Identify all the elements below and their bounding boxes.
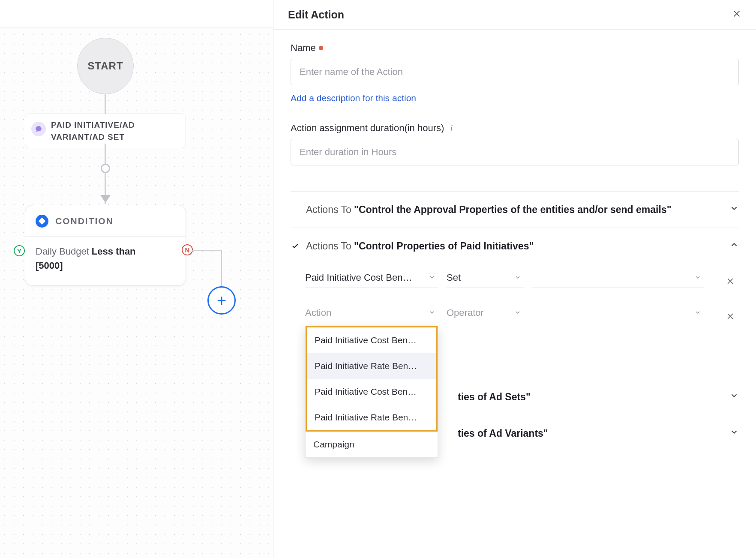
diamond-icon	[36, 215, 48, 228]
section-paid-initiatives-content: Paid Initiative Cost Ben… Set	[291, 256, 739, 379]
action-select[interactable]: Paid Initiative Cost Ben…	[305, 267, 438, 288]
operator-select[interactable]: Operator	[447, 303, 524, 323]
add-description-link[interactable]: Add a description for this action	[291, 93, 416, 103]
dropdown-option[interactable]: Paid Initiative Cost Ben…	[307, 327, 436, 353]
close-button[interactable]	[732, 8, 741, 21]
start-label: START	[87, 60, 123, 72]
operator-select-placeholder: Operator	[447, 307, 484, 318]
action-name-input[interactable]	[291, 59, 739, 85]
action-dropdown: Paid Initiative Cost Ben… Paid Initiativ…	[305, 326, 438, 458]
required-indicator	[319, 46, 323, 50]
condition-title: CONDITION	[55, 216, 114, 226]
chevron-down-icon	[514, 307, 521, 318]
rule-row: Paid Initiative Cost Ben… Set	[305, 267, 739, 288]
canvas-header	[0, 0, 273, 27]
condition-field: Daily Budget	[36, 246, 92, 257]
add-node-button[interactable]: +	[207, 286, 236, 315]
chevron-down-icon	[514, 272, 521, 283]
action-select[interactable]: Action Paid Initiative Cost Ben… Paid In…	[305, 303, 438, 323]
duration-input[interactable]	[291, 139, 739, 165]
dropdown-option[interactable]: Campaign	[306, 432, 438, 457]
panel-header: Edit Action	[273, 0, 756, 30]
rule-row: Action Paid Initiative Cost Ben… Paid In…	[305, 303, 739, 323]
close-icon	[726, 277, 735, 285]
connector-dot	[101, 164, 110, 173]
remove-rule-button[interactable]	[722, 276, 739, 288]
operator-select[interactable]: Set	[447, 267, 524, 288]
dropdown-option[interactable]: Paid Initiative Rate Ben…	[307, 353, 436, 379]
section-approval[interactable]: Actions To "Control the Approval Propert…	[291, 191, 739, 228]
chevron-up-icon	[729, 240, 739, 252]
plus-icon: +	[217, 291, 226, 310]
value-select[interactable]	[532, 267, 704, 288]
section-paid-initiatives[interactable]: Actions To "Control Properties of Paid I…	[291, 228, 739, 256]
no-branch-badge[interactable]: N	[182, 244, 193, 255]
entity-tag-node[interactable]: PAID INITIATIVE/AD VARIANT/AD SET	[25, 114, 186, 148]
chevron-down-icon	[429, 272, 435, 283]
check-icon	[291, 242, 300, 250]
duration-label: Action assignment duration(in hours) i	[291, 123, 739, 134]
chevron-down-icon	[429, 307, 435, 318]
condition-body: Daily Budget Less than [5000]	[25, 237, 186, 285]
connector-line	[105, 94, 106, 115]
condition-operator: Less than	[92, 246, 136, 257]
dropdown-option[interactable]: Paid Initiative Cost Ben…	[307, 379, 436, 405]
chevron-down-icon	[694, 272, 701, 283]
edit-action-panel: Edit Action Name Add a description for t…	[273, 0, 756, 558]
condition-node[interactable]: CONDITION Daily Budget Less than [5000]	[25, 205, 186, 286]
condition-value: [5000]	[36, 260, 63, 271]
action-select-placeholder: Action	[305, 307, 331, 318]
condition-header: CONDITION	[25, 205, 186, 237]
yes-branch-badge[interactable]: Y	[14, 245, 25, 256]
entity-tag-label: PAID INITIATIVE/AD VARIANT/AD SET	[51, 120, 135, 141]
close-icon	[732, 9, 741, 18]
arrowhead-icon	[100, 195, 111, 203]
chevron-down-icon	[729, 391, 739, 403]
info-icon[interactable]: i	[450, 123, 453, 134]
chevron-down-icon	[694, 307, 701, 318]
connector-line	[105, 144, 106, 165]
dropdown-option[interactable]: Paid Initiative Rate Ben…	[307, 405, 436, 430]
start-node[interactable]: START	[77, 38, 134, 94]
chat-icon	[31, 122, 46, 136]
remove-rule-button[interactable]	[722, 311, 739, 323]
name-label: Name	[291, 42, 739, 54]
close-icon	[726, 312, 735, 321]
chevron-down-icon	[729, 427, 739, 439]
action-select-value: Paid Initiative Cost Ben…	[305, 272, 412, 283]
operator-select-value: Set	[447, 272, 461, 283]
value-select[interactable]	[532, 303, 704, 323]
dropdown-highlighted-group: Paid Initiative Cost Ben… Paid Initiativ…	[306, 326, 438, 432]
connector-line	[192, 250, 222, 251]
chevron-down-icon	[729, 204, 739, 216]
panel-title: Edit Action	[288, 9, 344, 21]
connector-line	[221, 250, 222, 288]
workflow-canvas[interactable]: START PAID INITIATIVE/AD VARIANT/AD SET …	[0, 0, 273, 558]
